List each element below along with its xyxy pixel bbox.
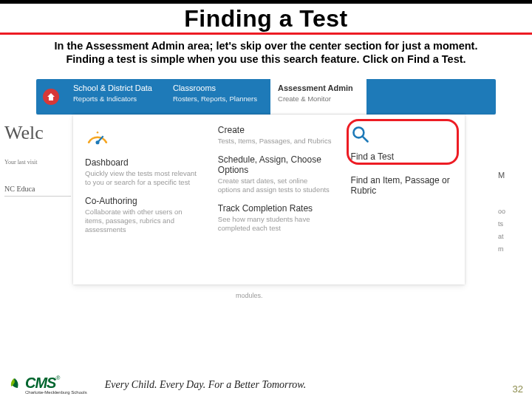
dashboard-desc: Quickly view the tests most relevant to … <box>85 169 199 187</box>
home-button[interactable] <box>36 79 66 115</box>
dashboard-link[interactable]: Dashboard <box>85 157 199 168</box>
footer: CMS® Charlotte-Mecklenburg Schools Every… <box>9 375 523 395</box>
nc-fragment: NC Educa <box>4 185 71 193</box>
coauthoring-link[interactable]: Co-Authoring <box>85 196 199 206</box>
logo-text: CMS <box>25 375 55 391</box>
right-r3: at <box>498 231 528 243</box>
nav-classrooms[interactable]: Classrooms Rosters, Reports, Planners <box>166 79 270 115</box>
right-r4: m <box>498 243 528 256</box>
page-number: 32 <box>513 383 523 395</box>
intro-cta: Find a Test. <box>407 53 466 65</box>
nav-sub: Create & Monitor <box>278 95 353 103</box>
divider <box>4 196 71 197</box>
cms-logo: CMS® Charlotte-Mecklenburg Schools <box>25 375 87 395</box>
nav-title: Classrooms <box>173 83 257 92</box>
track-desc: See how many students have completed eac… <box>218 215 332 233</box>
right-r1: oo <box>498 205 528 218</box>
svg-point-4 <box>88 142 90 144</box>
logo-subtitle: Charlotte-Mecklenburg Schools <box>25 390 87 395</box>
gauge-icon <box>85 125 110 150</box>
welcome-fragment: Welc <box>4 122 71 144</box>
find-item-link[interactable]: Find an Item, Passage or Rubric <box>351 175 453 196</box>
leaf-icon <box>9 378 21 392</box>
nav-assessment-admin[interactable]: Assessment Admin Create & Monitor <box>270 79 366 115</box>
schedule-link[interactable]: Schedule, Assign, Choose Options <box>218 154 332 175</box>
right-r2: ts <box>498 218 528 231</box>
nav-title: Assessment Admin <box>278 83 353 92</box>
title-band: Finding a Test <box>0 4 532 35</box>
app-topbar: School & District Data Reports & Indicat… <box>36 79 496 115</box>
panel-col-2: Create Tests, Items, Passages, and Rubri… <box>218 125 332 274</box>
schedule-desc: Create start dates, set online options a… <box>218 177 332 194</box>
nav-title: School & District Data <box>73 83 152 92</box>
panel-col-1: Dashboard Quickly view the tests most re… <box>85 125 199 274</box>
logo-block: CMS® Charlotte-Mecklenburg Schools Every… <box>9 375 306 395</box>
intro-line1: In the Assessment Admin area; let's skip… <box>55 40 478 52</box>
create-desc: Tests, Items, Passages, and Rubrics <box>218 137 332 146</box>
tagline: Every Child. Every Day. For a Better Tom… <box>105 379 306 391</box>
svg-point-6 <box>97 132 99 134</box>
registered-mark: ® <box>55 375 60 381</box>
below-fragment: modules. <box>236 292 263 299</box>
coauthoring-desc: Collaborate with other users on items, p… <box>85 208 199 234</box>
home-icon <box>43 89 59 105</box>
slide-title: Finding a Test <box>0 5 532 33</box>
svg-point-5 <box>106 142 108 144</box>
nav: School & District Data Reports & Indicat… <box>66 79 366 115</box>
screenshot: Welc Your last visit NC Educa M oo ts at… <box>36 79 496 308</box>
behind-left-text: Welc Your last visit NC Educa <box>4 122 71 197</box>
last-visit-fragment: Your last visit <box>4 159 71 166</box>
behind-right-text: M oo ts at m <box>498 168 528 256</box>
intro-text: In the Assessment Admin area; let's skip… <box>0 35 532 69</box>
track-link[interactable]: Track Completion Rates <box>218 203 332 214</box>
callout-highlight <box>347 119 459 165</box>
right-head: M <box>498 168 528 183</box>
intro-line2a: Finding a test is simple when you use th… <box>66 53 407 65</box>
slide: Finding a Test In the Assessment Admin a… <box>0 0 532 399</box>
create-link[interactable]: Create <box>218 125 332 135</box>
nav-school-district[interactable]: School & District Data Reports & Indicat… <box>66 79 166 115</box>
nav-sub: Rosters, Reports, Planners <box>173 95 257 103</box>
nav-sub: Reports & Indicators <box>73 95 152 103</box>
